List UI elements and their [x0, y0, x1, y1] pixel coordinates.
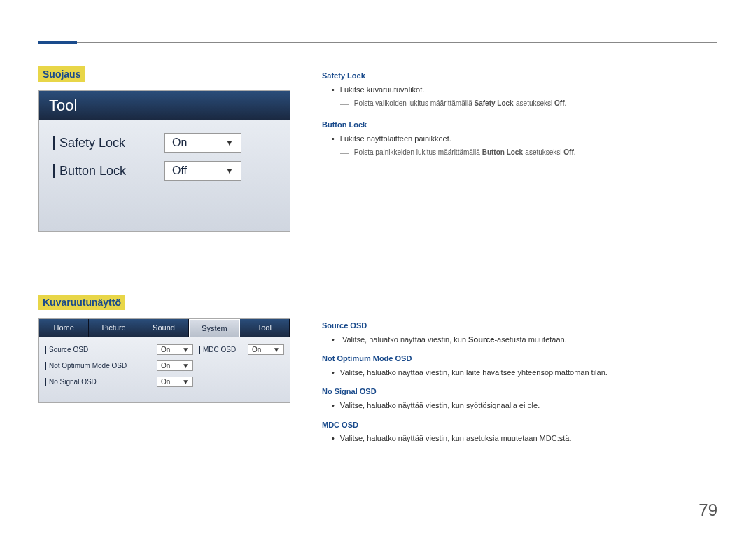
- tab-sound[interactable]: Sound: [139, 319, 189, 337]
- bullet-item: Valitse, haluatko näyttää viestin, kun l…: [332, 367, 714, 379]
- note-text: -asetukseksi: [514, 99, 554, 107]
- chevron-down-icon: ▼: [182, 362, 189, 370]
- dropdown-value: On: [252, 346, 261, 353]
- osd-menu-screenshot: Home Picture Sound System Tool Source OS…: [38, 318, 290, 403]
- row-label: No Signal OSD: [49, 378, 157, 386]
- tool-menu-header: Tool: [39, 91, 290, 120]
- dropdown-value: On: [161, 378, 170, 386]
- desc-block: Valitse, haluatko näyttää viestin, kun s…: [322, 400, 714, 412]
- tool-menu-body: Safety Lock On ▼ Button Lock Off ▼: [39, 120, 290, 231]
- dropdown-nosignal-osd[interactable]: On ▼: [157, 377, 193, 387]
- header-accent: [38, 41, 77, 44]
- desc-heading-safety-lock: Safety Lock: [322, 70, 714, 83]
- row-label: Source OSD: [49, 346, 157, 353]
- bullet-item: Lukitse kuvaruutuvalikot.: [332, 84, 714, 97]
- row-marker-icon: [45, 346, 46, 354]
- row-marker-icon: [199, 346, 200, 354]
- note-bold: Off: [564, 148, 573, 156]
- tab-system[interactable]: System: [189, 319, 239, 337]
- row-label: Not Optimum Mode OSD: [49, 362, 157, 370]
- desc-block: Valitse, haluatko näyttää viestin, kun a…: [322, 433, 714, 445]
- dropdown-value: On: [172, 136, 187, 149]
- chevron-down-icon: ▼: [225, 138, 234, 148]
- tab-home[interactable]: Home: [39, 319, 89, 337]
- osd-right-column: MDC OSD On ▼: [193, 344, 284, 393]
- dropdown-button-lock[interactable]: Off ▼: [164, 161, 241, 181]
- tool-menu-screenshot: Tool Safety Lock On ▼ Button Lock Off ▼: [38, 90, 290, 232]
- bullet-item: Valitse, haluatko näyttää viestin, kun a…: [332, 433, 714, 445]
- bullet-item: Valitse, haluatko näyttää viestin, kun s…: [332, 400, 714, 412]
- row-label: Safety Lock: [59, 136, 164, 150]
- right-column: Safety Lock Lukitse kuvaruutuvalikot. ― …: [322, 70, 714, 452]
- dropdown-value: On: [161, 346, 170, 353]
- osd-row-source: Source OSD On ▼: [45, 344, 193, 355]
- desc-block: Valitse, haluatko näyttää viestin, kun S…: [322, 334, 714, 346]
- note-text: Poista painikkeiden lukitus määrittämäll…: [354, 148, 482, 156]
- desc-block: Lukitse kuvaruutuvalikot. ― Poista valik…: [322, 84, 714, 112]
- tab-picture[interactable]: Picture: [89, 319, 139, 337]
- row-marker-icon: [53, 136, 55, 150]
- osd-body: Source OSD On ▼ Not Optimum Mode OSD On …: [39, 337, 290, 402]
- row-label: MDC OSD: [203, 346, 248, 353]
- note-text: .: [574, 148, 576, 156]
- desc-heading-notopt-osd: Not Optimum Mode OSD: [322, 353, 714, 365]
- section-title-suojaus: Suojaus: [38, 66, 85, 82]
- horizontal-rule: [38, 42, 718, 43]
- chevron-down-icon: ▼: [273, 346, 280, 353]
- dropdown-value: On: [161, 362, 170, 370]
- chevron-down-icon: ▼: [182, 346, 189, 353]
- chevron-down-icon: ▼: [225, 166, 234, 176]
- note-text: .: [564, 99, 566, 107]
- note-bold: Safety Lock: [475, 99, 514, 107]
- note-text: Poista valikoiden lukitus määrittämällä: [354, 99, 475, 107]
- note-bold: Off: [554, 99, 564, 107]
- left-column: Suojaus Tool Safety Lock On ▼ Button Loc…: [38, 66, 290, 403]
- osd-left-column: Source OSD On ▼ Not Optimum Mode OSD On …: [45, 344, 193, 393]
- desc-block: Valitse, haluatko näyttää viestin, kun l…: [322, 367, 714, 379]
- dash-icon: ―: [340, 148, 349, 158]
- bullet-item: Lukitse näyttölaitteen painikkeet.: [332, 133, 714, 146]
- note-bold: Button Lock: [482, 148, 523, 156]
- desc-heading-mdc-osd: MDC OSD: [322, 419, 714, 432]
- row-marker-icon: [53, 164, 55, 178]
- desc-heading-nosignal-osd: No Signal OSD: [322, 386, 714, 398]
- osd-row-nosignal: No Signal OSD On ▼: [45, 377, 193, 387]
- bullet-text: Valitse, haluatko näyttää viestin, kun: [342, 335, 468, 344]
- tab-tool[interactable]: Tool: [240, 319, 290, 337]
- dropdown-mdc-osd[interactable]: On ▼: [248, 344, 284, 355]
- dropdown-safety-lock[interactable]: On ▼: [164, 133, 241, 153]
- tool-row-button-lock: Button Lock Off ▼: [53, 161, 276, 181]
- row-marker-icon: [45, 362, 46, 370]
- desc-heading-source-osd: Source OSD: [322, 320, 714, 332]
- page-number: 79: [699, 500, 718, 520]
- dash-icon: ―: [340, 99, 349, 109]
- osd-row-notopt: Not Optimum Mode OSD On ▼: [45, 360, 193, 371]
- bullet-bold: Source: [468, 335, 494, 344]
- section-title-kuvaruutu: Kuvaruutunäyttö: [38, 295, 125, 310]
- bullet-item: Valitse, haluatko näyttää viestin, kun S…: [332, 334, 714, 346]
- dropdown-notopt-osd[interactable]: On ▼: [157, 360, 193, 371]
- tool-row-safety-lock: Safety Lock On ▼: [53, 133, 276, 153]
- desc-heading-button-lock: Button Lock: [322, 119, 714, 132]
- dropdown-source-osd[interactable]: On ▼: [157, 344, 193, 355]
- dropdown-value: Off: [172, 164, 187, 177]
- note-line: ― Poista valikoiden lukitus määrittämäll…: [322, 97, 714, 112]
- desc-block: Lukitse näyttölaitteen painikkeet. ― Poi…: [322, 133, 714, 161]
- row-marker-icon: [45, 378, 46, 386]
- bullet-text: -asetusta muutetaan.: [494, 335, 566, 344]
- note-text: -asetukseksi: [523, 148, 564, 156]
- chevron-down-icon: ▼: [182, 378, 189, 386]
- tab-bar: Home Picture Sound System Tool: [39, 319, 290, 337]
- row-label: Button Lock: [59, 164, 164, 178]
- osd-row-mdc: MDC OSD On ▼: [199, 344, 284, 355]
- note-line: ― Poista painikkeiden lukitus määrittämä…: [322, 146, 714, 161]
